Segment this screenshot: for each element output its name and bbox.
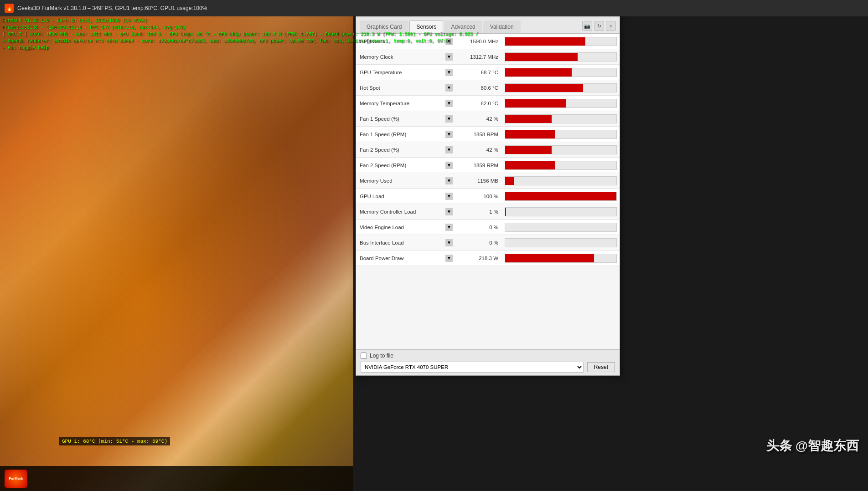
log-checkbox[interactable] (361, 353, 367, 359)
sensor-row: GPU Load▼100 % (356, 189, 620, 204)
sensor-row: Fan 2 Speed (%)▼42 % (356, 142, 620, 158)
sensor-name-text: Hot Spot (360, 85, 380, 91)
sensor-name: Fan 2 Speed (%)▼ (356, 146, 456, 153)
sensor-value: 0 % (456, 240, 502, 246)
sensor-bar-container (505, 238, 617, 247)
sensor-name: Fan 1 Speed (%)▼ (356, 115, 456, 123)
refresh-button[interactable]: ↻ (594, 21, 604, 31)
watermark: 头条 @智趣东西 (766, 437, 859, 455)
furmark-info-line4: > OpenGL renderer: NVIDIA GeForce RTX 40… (2, 38, 478, 45)
sensor-dropdown-btn[interactable]: ▼ (445, 131, 453, 138)
sensor-name-text: Memory Used (360, 178, 393, 184)
sensor-name-text: Fan 1 Speed (%) (360, 116, 399, 122)
sensor-name-text: Fan 2 Speed (RPM) (360, 163, 406, 168)
sensor-bar-container (505, 99, 617, 108)
sensor-name: Hot Spot▼ (356, 84, 456, 92)
sensor-bar-container (505, 254, 617, 263)
furmark-info-line5: - F1: toggle help (2, 45, 478, 51)
screenshot-button[interactable]: 📷 (582, 21, 592, 31)
sensor-name-text: GPU Temperature (360, 70, 402, 75)
furmark-background (0, 0, 353, 491)
sensor-name-text: GPU Load (360, 194, 384, 199)
sensor-bar-container (505, 83, 617, 92)
sensors-area[interactable]: GPU Clock▼1590.0 MHzMemory Clock▼1312.7 … (356, 34, 620, 349)
sensor-dropdown-btn[interactable]: ▼ (445, 53, 453, 61)
tab-validation[interactable]: Validation (483, 20, 521, 33)
sensor-bar-container (505, 223, 617, 232)
sensor-bar-container (505, 207, 617, 216)
sensor-value: 80.6 °C (456, 85, 502, 91)
gpuz-window: Z TechPowerUp GPU-Z 2.57.0 ─ □ ✕ Graphic… (356, 2, 620, 376)
sensor-row: Hot Spot▼80.6 °C (356, 80, 620, 96)
sensor-name: Board Power Draw▼ (356, 255, 456, 262)
sensor-bar (505, 192, 616, 200)
sensor-name: GPU Temperature▼ (356, 69, 456, 76)
sensor-bar (505, 177, 514, 185)
sensor-name-text: Video Engine Load (360, 225, 404, 230)
sensor-bar (505, 146, 552, 154)
sensor-bar (505, 84, 583, 92)
sensor-dropdown-btn[interactable]: ▼ (445, 146, 453, 153)
sensor-value: 1859 RPM (456, 163, 502, 168)
sensor-bar-container (505, 192, 617, 201)
sensor-value: 1 % (456, 209, 502, 215)
sensor-row: Bus Interface Load▼0 % (356, 235, 620, 251)
sensor-value: 1156 MB (456, 178, 502, 184)
sensor-value: 218.3 W (456, 256, 502, 261)
sensor-dropdown-btn[interactable]: ▼ (445, 100, 453, 107)
furmark-icon: 🔥 (5, 4, 14, 13)
sensor-dropdown-btn[interactable]: ▼ (445, 162, 453, 169)
sensor-row: Video Engine Load▼0 % (356, 220, 620, 235)
furmark-title: Geeks3D FurMark v1.38.1.0 – 349FPS, GPU1… (17, 5, 207, 11)
furmark-info-line1: FurMark v1.38.1.0 - Burn-in test, 1920x1… (2, 17, 478, 24)
sensor-row: Memory Temperature▼62.0 °C (356, 96, 620, 111)
sensor-row: Board Power Draw▼218.3 W (356, 251, 620, 266)
sensor-value: 100 % (456, 194, 502, 199)
sensor-row: Memory Controller Load▼1 % (356, 204, 620, 220)
sensor-name: Video Engine Load▼ (356, 224, 456, 231)
menu-button[interactable]: ≡ (606, 21, 616, 31)
sensor-bar-container (505, 68, 617, 77)
furmark-info: FurMark v1.38.1.0 - Burn-in test, 1920x1… (2, 17, 478, 51)
reset-button[interactable]: Reset (587, 362, 615, 372)
sensor-dropdown-btn[interactable]: ▼ (445, 69, 453, 76)
sensor-bar (505, 161, 555, 169)
sensor-name: Memory Temperature▼ (356, 100, 456, 107)
sensor-value: 0 % (456, 225, 502, 230)
sensor-bar (505, 130, 555, 138)
gpu-selector[interactable]: NVIDIA GeForce RTX 4070 SUPER (361, 362, 584, 373)
sensor-row: GPU Temperature▼68.7 °C (356, 65, 620, 80)
sensor-row: Memory Clock▼1312.7 MHz (356, 49, 620, 65)
sensor-name: Fan 2 Speed (RPM)▼ (356, 162, 456, 169)
sensor-name-text: Fan 2 Speed (%) (360, 147, 399, 153)
sensor-name-text: Memory Temperature (360, 101, 409, 106)
sensor-row: Fan 2 Speed (RPM)▼1859 RPM (356, 158, 620, 173)
sensor-dropdown-btn[interactable]: ▼ (445, 224, 453, 231)
sensor-bar (505, 254, 594, 262)
sensor-dropdown-btn[interactable]: ▼ (445, 239, 453, 246)
sensor-dropdown-btn[interactable]: ▼ (445, 115, 453, 123)
furmark-info-line2: Frames:556136 - time:00:31:18 - FPS:349 … (2, 24, 478, 31)
sensor-value: 42 % (456, 147, 502, 153)
sensor-dropdown-btn[interactable]: ▼ (445, 208, 453, 215)
sensor-dropdown-btn[interactable]: ▼ (445, 177, 453, 184)
furmark-bottom-bar: FurMark (0, 466, 353, 491)
sensor-name: GPU Load▼ (356, 193, 456, 200)
sensor-dropdown-btn[interactable]: ▼ (445, 84, 453, 92)
sensor-bar-container (505, 130, 617, 139)
log-row: Log to file (361, 353, 615, 359)
sensor-name-text: Memory Clock (360, 54, 393, 60)
sensor-name: Bus Interface Load▼ (356, 239, 456, 246)
furmark-info-line3: [ GPU-Z ] core: 1590 MHz - mem: 1312 MHz… (2, 31, 478, 38)
sensor-bar (505, 115, 552, 123)
sensor-name: Fan 1 Speed (RPM)▼ (356, 131, 456, 138)
sensor-dropdown-btn[interactable]: ▼ (445, 193, 453, 200)
sensor-name: Memory Used▼ (356, 177, 456, 184)
tab-actions: 📷 ↻ ≡ (582, 21, 616, 33)
sensor-bar-container (505, 114, 617, 123)
sensor-bar (505, 208, 506, 216)
gpu-selector-row: NVIDIA GeForce RTX 4070 SUPER Reset (361, 362, 615, 373)
sensor-dropdown-btn[interactable]: ▼ (445, 255, 453, 262)
sensor-value: 1312.7 MHz (456, 54, 502, 60)
gpu-temp-text: GPU 1: 68°C (min: 51°C - max: 69°C) (62, 439, 167, 444)
